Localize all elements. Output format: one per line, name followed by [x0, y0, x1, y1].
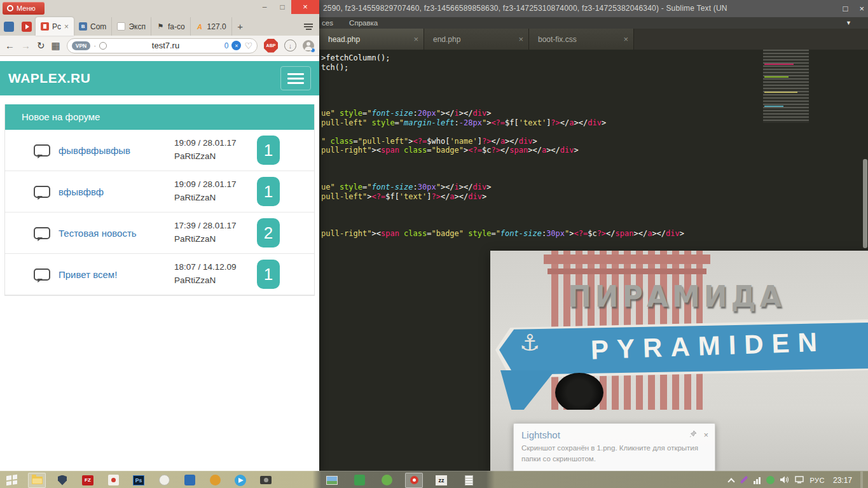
site-brand[interactable]: WAPLEX.RU: [8, 71, 90, 86]
browser-tab-phpmyadmin[interactable]: A 127.0: [191, 17, 232, 36]
filezilla-icon: FZ: [82, 475, 93, 485]
opera-window: Меню – □ × Рс × B Com: [0, 0, 319, 471]
notification-text-line1[interactable]: Скриншот сохранён в 1.png. Кликните для …: [521, 443, 707, 454]
tab-close-icon[interactable]: ×: [64, 22, 69, 31]
show-desktop-button[interactable]: [860, 471, 863, 488]
thread-title-link[interactable]: Тестовая новость: [59, 228, 137, 239]
browser-tab-vk[interactable]: B Com: [74, 17, 112, 36]
network-icon[interactable]: [795, 475, 804, 486]
shield-app-button[interactable]: [53, 473, 71, 488]
notepad-button[interactable]: [460, 473, 478, 488]
thread-title-link[interactable]: Привет всем!: [59, 269, 117, 280]
filezilla-button[interactable]: FZ: [79, 473, 97, 488]
opera-tabstrip: Рс × B Com Эксп ⚑ fa-co A 127.0: [0, 17, 319, 36]
tab-label: boot-fix.css: [538, 35, 618, 44]
app-button-1[interactable]: [104, 473, 122, 488]
pinned-tab-youtube[interactable]: [18, 18, 36, 36]
caret-down-icon[interactable]: ▼: [846, 17, 851, 29]
opera-toolbar: ← → ↻ ▦ VPN · test7.ru 0 × ♡ ABP ↓: [0, 36, 319, 56]
new-tab-button[interactable]: +: [232, 17, 249, 36]
telegram-button[interactable]: [231, 473, 249, 488]
tab-close-icon[interactable]: ×: [618, 34, 628, 44]
tab-label: end.php: [433, 35, 513, 44]
comment-bubble-icon: [34, 144, 50, 157]
opera-menu-button[interactable]: Меню: [3, 2, 45, 15]
sevenzip-icon: zz: [436, 475, 447, 485]
menu-item-help[interactable]: Справка: [349, 19, 378, 27]
menu-item-preferences[interactable]: ces: [322, 19, 333, 27]
url-text[interactable]: test7.ru: [110, 41, 221, 50]
app-button-3[interactable]: [206, 473, 224, 488]
lightshot-pen-icon[interactable]: [740, 475, 748, 485]
lightshot-notification[interactable]: Lightshot × Скриншот сохранён в 1.png. К…: [513, 423, 715, 471]
sublime-titlebar[interactable]: 2590, fz3-14559829707460, fz3-1456658985…: [319, 0, 868, 17]
editor-tab-head-php[interactable]: head.php ×: [319, 29, 424, 50]
browser-tab-export[interactable]: Эксп: [112, 17, 151, 36]
site-info-icon[interactable]: [99, 42, 107, 50]
sevenzip-button[interactable]: zz: [432, 473, 450, 488]
tab-close-icon[interactable]: ×: [408, 34, 418, 44]
address-bar[interactable]: VPN · test7.ru 0 × ♡: [67, 38, 258, 53]
bookmark-heart-icon[interactable]: ♡: [244, 41, 252, 51]
volume-icon[interactable]: [780, 475, 789, 486]
emule-icon: [159, 475, 170, 485]
thread-count-badge[interactable]: 1: [257, 177, 280, 206]
maximize-button[interactable]: □: [273, 0, 291, 14]
app-button-2[interactable]: [181, 473, 198, 488]
vpn-badge[interactable]: VPN: [72, 41, 90, 50]
editor-scrollbar[interactable]: [863, 159, 867, 248]
windows-taskbar: FZ Ps zz РУ: [0, 471, 868, 488]
profile-button[interactable]: [303, 40, 314, 52]
update-status-icon[interactable]: [766, 476, 775, 484]
thread-count-badge[interactable]: 1: [257, 136, 280, 165]
thread-time: 19:09 / 28.01.17: [174, 178, 245, 192]
editor-tab-boot-fix-css[interactable]: boot-fix.css ×: [529, 29, 634, 50]
browser-tab-fontawesome[interactable]: ⚑ fa-co: [151, 17, 191, 36]
tab-menu-icon[interactable]: [304, 17, 313, 36]
close-button[interactable]: ×: [859, 0, 864, 17]
forward-button[interactable]: →: [21, 40, 31, 51]
downloads-button[interactable]: ↓: [284, 39, 296, 52]
browser-tab-active[interactable]: Рс ×: [36, 17, 74, 36]
tab-close-icon[interactable]: ×: [513, 34, 523, 44]
thread-time: 19:09 / 28.01.17: [174, 137, 245, 150]
close-icon[interactable]: ×: [703, 430, 708, 440]
emule-button[interactable]: [155, 473, 173, 488]
green-app-button-2[interactable]: [378, 473, 396, 488]
photoshop-button[interactable]: Ps: [130, 473, 148, 488]
minimize-button[interactable]: –: [256, 0, 273, 14]
signal-bars-icon[interactable]: [754, 477, 761, 484]
restore-button[interactable]: □: [843, 0, 848, 17]
shield-badge-icon[interactable]: ×: [231, 41, 241, 50]
clock[interactable]: 23:17: [833, 476, 852, 485]
language-indicator[interactable]: РУС: [809, 477, 825, 484]
hamburger-menu-button[interactable]: [280, 66, 311, 90]
pin-icon[interactable]: [689, 429, 697, 440]
pinned-tab-1[interactable]: [0, 18, 18, 36]
camera-icon: [260, 476, 272, 484]
opera-taskbar-button[interactable]: [405, 473, 423, 488]
minimap[interactable]: [763, 50, 809, 123]
app-icon: [108, 475, 119, 485]
speed-dial-icon[interactable]: ▦: [52, 40, 60, 52]
notification-text-line2[interactable]: папки со скриншотом.: [521, 454, 707, 464]
windows-logo-icon: [6, 475, 17, 485]
pma-favicon: A: [196, 22, 204, 31]
start-button[interactable]: [3, 473, 20, 488]
reload-button[interactable]: ↻: [37, 40, 45, 52]
green-app-button-1[interactable]: [350, 473, 368, 488]
camera-app-button[interactable]: [257, 473, 275, 488]
thread-title-link[interactable]: вфывфвф: [59, 186, 104, 197]
image-viewer-button[interactable]: [323, 473, 341, 488]
close-button[interactable]: ×: [291, 0, 319, 14]
thread-count-badge[interactable]: 1: [257, 260, 280, 289]
back-button[interactable]: ←: [5, 40, 15, 51]
adblock-plus-icon[interactable]: ABP: [264, 39, 278, 53]
thread-count-badge[interactable]: 2: [257, 218, 280, 247]
hidden-icons-chevron[interactable]: [728, 478, 735, 485]
thread-title-link[interactable]: фывфвфывфыв: [59, 145, 130, 156]
site-header: WAPLEX.RU: [0, 61, 319, 95]
editor-tab-end-php[interactable]: end.php ×: [424, 29, 529, 50]
file-explorer-button[interactable]: [28, 473, 46, 488]
shield-icon: [58, 475, 67, 485]
